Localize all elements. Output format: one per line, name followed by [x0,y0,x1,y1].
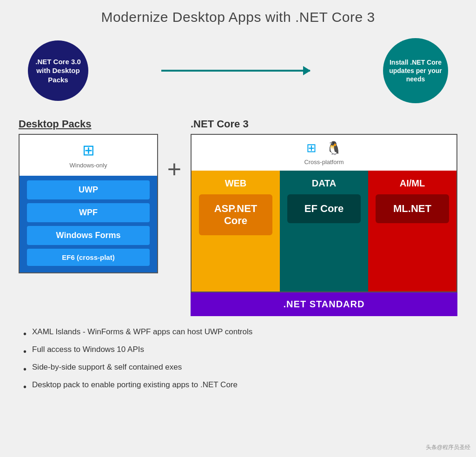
col-web-inner: ASP.NET Core [199,194,272,235]
col-aiml: AI/ML ML.NET [368,171,456,291]
bullet-item-1: • XAML Islands - WinForms & WPF apps can… [23,327,453,340]
netcore-area: .NET Core 3 ⊞ 🐧 Cross-platform WEB ASP.N… [191,118,457,316]
bullet-dot-2: • [23,345,26,358]
col-web-header: WEB [221,171,251,194]
cross-platform-header: ⊞ 🐧 Cross-platform [192,135,456,171]
desktop-packs-area: Desktop Packs ⊞ Windows-only UWP WPF Win… [19,118,158,273]
netcore-heading: .NET Core 3 [191,118,457,130]
windows-logo-icon: ⊞ [23,141,153,159]
flow-diagram: .NET Core 3.0 with Desktop Packs Install… [19,38,457,103]
net-standard-bar: .NET STANDARD [191,292,457,316]
bullet-item-4: • Desktop pack to enable porting existin… [23,380,453,393]
col-data-inner: EF Core [287,194,361,223]
page-title: Modernize Desktop Apps with .NET Core 3 [19,9,457,25]
col-aiml-header: AI/ML [396,171,429,194]
desktop-packs-heading: Desktop Packs [19,118,158,130]
netcore-box: ⊞ 🐧 Cross-platform WEB ASP.NET Core DATA… [191,134,457,292]
col-web: WEB ASP.NET Core [192,171,280,291]
bullets-section: • XAML Islands - WinForms & WPF apps can… [19,327,457,393]
watermark: 头条@程序员圣经 [426,444,470,451]
desktop-item-wpf: WPF [27,203,150,222]
bullet-dot-1: • [23,327,26,340]
bullet-item-2: • Full access to Windows 10 APIs [23,345,453,358]
desktop-items-list: UWP WPF Windows Forms EF6 (cross-plat) [20,176,157,272]
linux-platform-icon: 🐧 [326,140,342,156]
desktop-item-winforms: Windows Forms [27,226,150,245]
col-data: DATA EF Core [280,171,368,291]
col-aiml-inner: ML.NET [376,194,449,223]
left-circle: .NET Core 3.0 with Desktop Packs [28,40,88,101]
windows-platform-icon: ⊞ [306,141,317,155]
desktop-item-uwp: UWP [27,180,150,199]
flow-arrow [161,70,310,72]
netcore-columns: WEB ASP.NET Core DATA EF Core AI/ML ML.N… [192,171,456,291]
desktop-packs-box: ⊞ Windows-only UWP WPF Windows Forms EF6… [19,134,158,273]
bullet-text-4: Desktop pack to enable porting existing … [32,380,238,390]
windows-only-header: ⊞ Windows-only [20,135,157,176]
windows-only-text: Windows-only [70,162,107,169]
bullet-text-3: Side-by-side support & self contained ex… [32,363,182,372]
bullet-text-2: Full access to Windows 10 APIs [32,345,144,354]
bullet-text-1: XAML Islands - WinForms & WPF apps can h… [32,327,252,337]
bullet-item-3: • Side-by-side support & self contained … [23,363,453,376]
bullet-dot-3: • [23,363,26,376]
col-data-header: DATA [308,171,340,194]
desktop-item-ef6: EF6 (cross-plat) [27,249,150,266]
bullet-dot-4: • [23,380,26,393]
cross-platform-text: Cross-platform [304,159,344,166]
platform-icons: ⊞ 🐧 [195,140,453,156]
right-circle: Install .NET Core updates per your needs [383,38,448,103]
arrow-container [88,70,383,72]
plus-sign: + [158,118,191,183]
main-diagram: Desktop Packs ⊞ Windows-only UWP WPF Win… [19,118,457,316]
